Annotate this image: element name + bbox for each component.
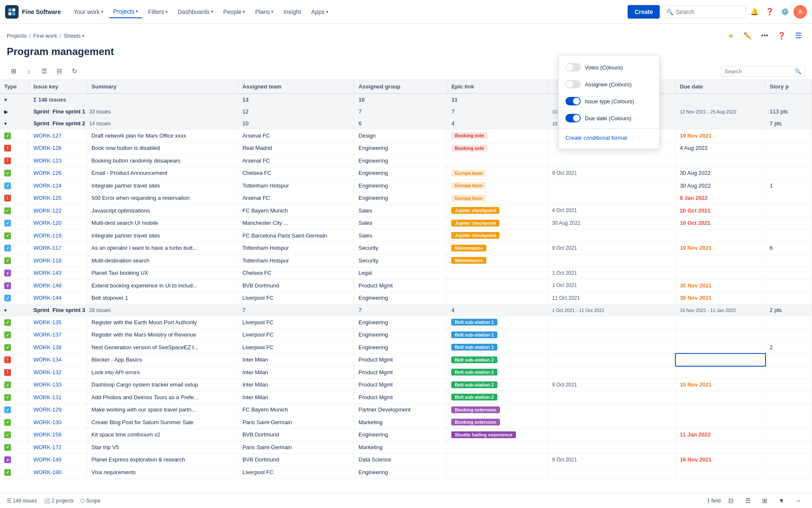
due-date[interactable]: 16 Nov 2021 — [675, 453, 765, 466]
issue-summary[interactable]: Integrate partner travel sites — [87, 179, 238, 192]
issue-summary[interactable]: Blocker - App Basics — [87, 353, 238, 366]
table-row[interactable]: ✓ WORK-180 Visa requirements Liverpool F… — [0, 466, 812, 479]
issue-key[interactable]: WORK-180 — [29, 466, 87, 479]
votes-toggle[interactable] — [565, 63, 581, 72]
table-row[interactable]: ✓ WORK-158 Kit space time continuum v2 B… — [0, 428, 812, 441]
bottom-filter-button[interactable]: ⊟ — [724, 494, 738, 508]
epic-link[interactable] — [447, 279, 548, 292]
issue-summary[interactable]: Dashloop Cargo system tracker email setu… — [87, 378, 238, 391]
table-row[interactable]: ✓ WORK-118 Multi-destination search Tott… — [0, 254, 812, 267]
table-row[interactable]: ✓ WORK-122 Javascript optimizations FC B… — [0, 204, 812, 217]
epic-link[interactable]: Booking exte — [447, 130, 548, 142]
popup-due-date-item[interactable]: Due date (Colours) — [559, 110, 659, 127]
toolbar-group-button[interactable]: ⊟ — [52, 64, 66, 78]
more-button[interactable]: ••• — [758, 29, 771, 42]
epic-link[interactable] — [447, 466, 548, 479]
issue-summary[interactable]: Planet Taxi booking UX — [87, 267, 238, 279]
issue-key[interactable]: WORK-172 — [29, 441, 87, 454]
table-row[interactable]: ✓ WORK-124 Integrate partner travel site… — [0, 179, 812, 192]
due-date[interactable]: 30 Nov 2021 — [675, 279, 765, 292]
toolbar-grid-button[interactable]: ⊞ — [7, 64, 20, 78]
table-row[interactable]: ✓ WORK-130 Create Blog Post for Saturn S… — [0, 416, 812, 429]
popup-assignee-item[interactable]: Assignee (Colours) — [559, 76, 659, 93]
issue-summary[interactable]: 500 Error when requesting a reservation — [87, 192, 238, 204]
issue-summary[interactable]: Kit space time continuum v2 — [87, 428, 238, 441]
notifications-button[interactable]: 🔔 — [748, 5, 761, 19]
summary-expand[interactable]: ▾ — [0, 94, 29, 106]
toolbar-filter-button[interactable]: ☰ — [37, 64, 51, 78]
col-header-key[interactable]: Issue key — [29, 80, 87, 94]
issue-summary[interactable]: Visa requirements — [87, 466, 238, 479]
table-row[interactable]: ✓ WORK-127 Draft network plan for Mars O… — [0, 130, 812, 142]
issue-key[interactable]: WORK-126 — [29, 167, 87, 179]
breadcrumb-sheets[interactable]: Sheets ▾ — [64, 33, 84, 39]
issue-key[interactable]: WORK-118 — [29, 254, 87, 267]
epic-link[interactable]: Europa base — [447, 167, 548, 179]
toolbar-sort-button[interactable]: ↕ — [22, 64, 36, 78]
issue-summary[interactable]: Book now button is disabled — [87, 142, 238, 155]
toolbar-refresh-button[interactable]: ↻ — [68, 64, 81, 78]
help-button[interactable]: ❓ — [763, 5, 776, 19]
issue-summary[interactable]: As an operator I want to have a turbo bu… — [87, 242, 238, 254]
popup-issue-type-item[interactable]: Issue type (Colours) — [559, 93, 659, 110]
due-date[interactable]: 30 Aug 2022 — [675, 167, 765, 179]
issue-key[interactable]: WORK-133 — [29, 378, 87, 391]
assignee-toggle[interactable] — [565, 80, 581, 88]
table-row[interactable]: ! WORK-132 Look into API errors Inter Mi… — [0, 366, 812, 379]
epic-link[interactable]: Europa base — [447, 192, 548, 204]
issue-summary[interactable]: Star trip V5 — [87, 441, 238, 454]
nav-your-work[interactable]: Your work▾ — [69, 6, 107, 18]
due-date[interactable]: 19 Nov 2021 — [675, 378, 765, 391]
table-row[interactable]: ✓ WORK-133 Dashloop Cargo system tracker… — [0, 378, 812, 391]
due-date[interactable] — [675, 341, 765, 354]
table-row[interactable]: ! WORK-125 500 Error when requesting a r… — [0, 192, 812, 204]
issue-summary[interactable]: Multi-dest search UI mobile — [87, 217, 238, 229]
epic-link[interactable]: Jupiter checkpoint — [447, 217, 548, 229]
create-button[interactable]: Create — [628, 5, 660, 19]
issue-key[interactable]: WORK-122 — [29, 204, 87, 217]
issue-summary[interactable]: Multi-destination search — [87, 254, 238, 267]
sprint-toggle-0[interactable]: ▶ — [0, 106, 29, 118]
table-row[interactable]: ✓ WORK-144 Belt stopover 1 Liverpool FC … — [0, 292, 812, 304]
nav-plans[interactable]: Plans▾ — [251, 6, 277, 18]
epic-link[interactable] — [447, 155, 548, 167]
due-date[interactable] — [675, 155, 765, 167]
issue-key[interactable]: WORK-123 — [29, 155, 87, 167]
issue-key[interactable]: WORK-131 — [29, 391, 87, 404]
issue-summary[interactable]: Make working with our space travel partn… — [87, 403, 238, 416]
due-date[interactable] — [675, 254, 765, 267]
issue-summary[interactable]: Integrate partner travel sites — [87, 229, 238, 242]
issue-key[interactable]: WORK-135 — [29, 316, 87, 329]
table-row[interactable]: ✓ WORK-135 Register with the Earth Moon … — [0, 316, 812, 329]
issue-key[interactable]: WORK-125 — [29, 192, 87, 204]
col-header-team[interactable]: Assigned team — [238, 80, 354, 94]
sprint-toggle-1[interactable]: ▾ — [0, 118, 29, 130]
issue-key[interactable]: WORK-130 — [29, 416, 87, 429]
table-row[interactable]: ✓ WORK-117 As an operator I want to have… — [0, 242, 812, 254]
issue-key[interactable]: WORK-143 — [29, 267, 87, 279]
table-search-bar[interactable]: 🔍 — [721, 66, 805, 77]
issue-summary[interactable]: Belt stopover 1 — [87, 292, 238, 304]
issue-summary[interactable]: Register with the Earth Moon Port Author… — [87, 316, 238, 329]
epic-link[interactable]: Shuttle hailing experience — [447, 428, 548, 441]
view-toggle-button[interactable]: ☰ — [792, 29, 805, 42]
due-date[interactable] — [675, 391, 765, 404]
breadcrumb-fine-work[interactable]: Fine work — [33, 33, 57, 39]
due-date[interactable] — [675, 329, 765, 341]
table-row[interactable]: ✓ WORK-138 Next Generation version of Se… — [0, 341, 812, 354]
issue-key[interactable]: WORK-129 — [29, 403, 87, 416]
due-date[interactable]: 19 Nov 2021 — [675, 130, 765, 142]
issue-key[interactable]: WORK-144 — [29, 292, 87, 304]
issue-key[interactable]: WORK-124 — [29, 179, 87, 192]
due-date[interactable]: 8 Jan 2022 — [675, 192, 765, 204]
issue-summary[interactable]: Extend booking experience in UI to inclu… — [87, 279, 238, 292]
search-input[interactable] — [676, 8, 741, 15]
table-row[interactable]: ✓ WORK-137 Register with the Mars Minist… — [0, 329, 812, 341]
epic-link[interactable]: Maintenance — [447, 254, 548, 267]
table-row[interactable]: ! WORK-134 Blocker - App Basics Inter Mi… — [0, 353, 812, 366]
table-row[interactable]: ✓ WORK-126 Email - Product Announcement … — [0, 167, 812, 179]
bottom-grid-button[interactable]: ⊞ — [758, 494, 771, 508]
epic-link[interactable]: Belt sub-station 2 — [447, 391, 548, 404]
issue-key[interactable]: WORK-128 — [29, 142, 87, 155]
avatar[interactable]: A — [793, 5, 807, 19]
